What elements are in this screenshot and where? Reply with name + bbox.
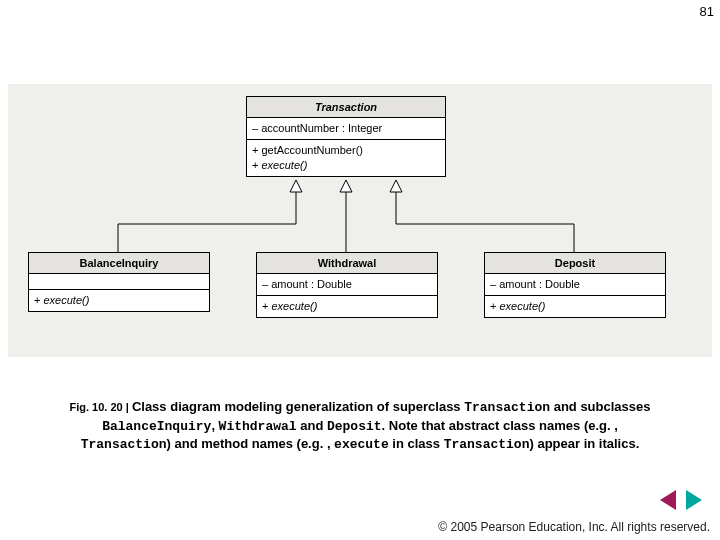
page-number: 81 bbox=[700, 4, 714, 19]
attrs-transaction: – accountNumber : Integer bbox=[247, 118, 445, 140]
attrs-withdrawal: – amount : Double bbox=[257, 274, 437, 296]
slide-nav bbox=[660, 490, 702, 510]
attrs-deposit: – amount : Double bbox=[485, 274, 665, 296]
ops-withdrawal: + execute() bbox=[257, 296, 437, 317]
op-execute-deposit: + execute() bbox=[490, 299, 660, 314]
uml-class-deposit: Deposit – amount : Double + execute() bbox=[484, 252, 666, 318]
slide-page: 81 Transaction – accountNumber : Integer… bbox=[0, 0, 720, 540]
op-getaccountnumber: + getAccountNumber() bbox=[252, 143, 440, 158]
prev-slide-button[interactable] bbox=[660, 490, 676, 510]
class-name-deposit: Deposit bbox=[485, 253, 665, 274]
figure-caption: Fig. 10. 20 | Class diagram modeling gen… bbox=[60, 398, 660, 454]
copyright-footer: © 2005 Pearson Education, Inc. All right… bbox=[438, 520, 710, 534]
uml-class-withdrawal: Withdrawal – amount : Double + execute() bbox=[256, 252, 438, 318]
svg-marker-5 bbox=[340, 180, 352, 192]
class-name-balanceinquiry: BalanceInquiry bbox=[29, 253, 209, 274]
ops-transaction: + getAccountNumber() + execute() bbox=[247, 140, 445, 176]
op-execute-transaction: + execute() bbox=[252, 158, 440, 173]
op-execute-withdrawal: + execute() bbox=[262, 299, 432, 314]
class-name-withdrawal: Withdrawal bbox=[257, 253, 437, 274]
uml-class-transaction: Transaction – accountNumber : Integer + … bbox=[246, 96, 446, 177]
next-slide-button[interactable] bbox=[686, 490, 702, 510]
svg-marker-9 bbox=[390, 180, 402, 192]
ops-deposit: + execute() bbox=[485, 296, 665, 317]
class-name-transaction: Transaction bbox=[247, 97, 445, 118]
attrs-balanceinquiry bbox=[29, 274, 209, 290]
op-execute-balanceinquiry: + execute() bbox=[34, 293, 204, 308]
svg-marker-3 bbox=[290, 180, 302, 192]
figure-number: Fig. 10. 20 | bbox=[70, 401, 132, 413]
diagram-canvas: Transaction – accountNumber : Integer + … bbox=[8, 84, 712, 357]
uml-class-balanceinquiry: BalanceInquiry + execute() bbox=[28, 252, 210, 312]
ops-balanceinquiry: + execute() bbox=[29, 290, 209, 311]
